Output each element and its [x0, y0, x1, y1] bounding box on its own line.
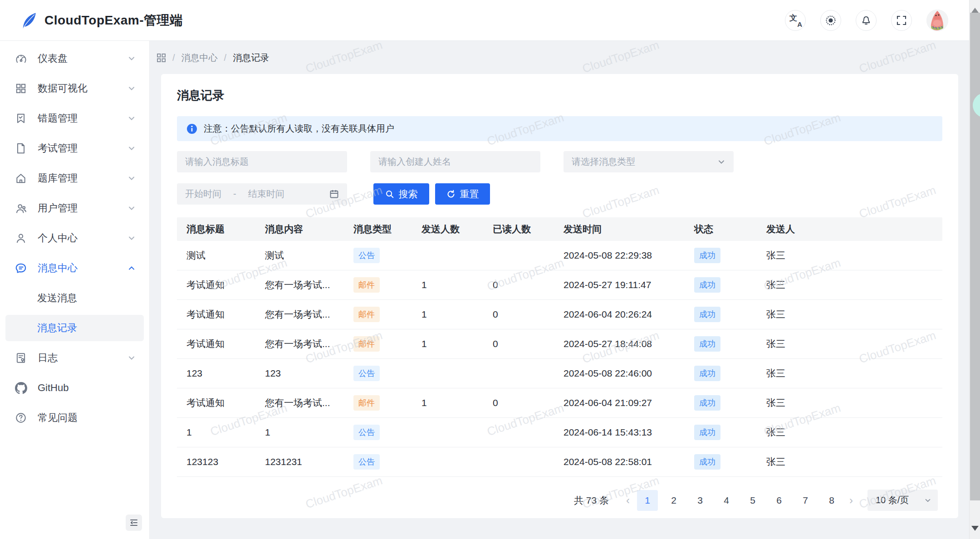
- cell-title: 测试: [177, 249, 265, 262]
- next-page-icon[interactable]: ›: [845, 494, 858, 507]
- cell-title: 考试通知: [177, 308, 265, 321]
- main-content: / 消息中心 / 消息记录 消息记录 注意：公告默认所有人读取，没有关联具体用户…: [150, 41, 969, 539]
- breadcrumb-item-message-center[interactable]: 消息中心: [181, 52, 218, 64]
- sidebar-item-dashboard[interactable]: 仪表盘: [0, 44, 149, 74]
- message-type-select[interactable]: 请选择消息类型: [564, 151, 734, 172]
- chevron-down-icon: [127, 84, 136, 93]
- cell-content: 您有一场考试...: [265, 397, 353, 409]
- cell-content: 1: [265, 427, 353, 438]
- cell-content: 1231231: [265, 456, 353, 467]
- cell-sender: 张三: [766, 426, 942, 439]
- chevron-down-icon: [717, 158, 725, 166]
- sidebar-subitem[interactable]: 发送消息: [0, 283, 149, 313]
- message-title-input[interactable]: [177, 151, 347, 172]
- sidebar-item-github[interactable]: GitHub: [0, 373, 149, 403]
- cell-title: 考试通知: [177, 397, 265, 409]
- column-header: 已读人数: [493, 223, 564, 235]
- page-number-8[interactable]: 8: [821, 490, 842, 511]
- cell-sender: 张三: [766, 249, 942, 262]
- cell-title: 1: [177, 427, 265, 438]
- table-row: 考试通知您有一场考试...邮件102024-05-27 19:11:47成功张三: [177, 270, 942, 300]
- creator-name-input[interactable]: [370, 151, 540, 172]
- breadcrumb-grid-icon[interactable]: [157, 53, 166, 63]
- column-header: 消息内容: [265, 223, 353, 235]
- status-tag: 成功: [694, 277, 720, 293]
- sidebar-item-document[interactable]: 考试管理: [0, 133, 149, 163]
- chat-icon: [15, 262, 27, 274]
- cell-sent-count: 1: [421, 338, 493, 349]
- page-number-5[interactable]: 5: [742, 490, 763, 511]
- user-avatar[interactable]: [926, 10, 948, 31]
- message-table: 消息标题消息内容消息类型发送人数已读人数发送时间状态发送人 测试测试公告2024…: [177, 217, 942, 477]
- breadcrumb-item-message-records: 消息记录: [233, 52, 269, 64]
- cell-send-time: 2024-06-04 20:26:24: [564, 309, 694, 320]
- cell-send-time: 2024-05-27 18:44:08: [564, 338, 694, 349]
- scrollbar-thumb[interactable]: [970, 13, 980, 500]
- breadcrumb: / 消息中心 / 消息记录: [150, 41, 969, 64]
- fullscreen-icon[interactable]: [891, 10, 912, 31]
- theme-sun-icon[interactable]: [820, 10, 841, 31]
- cell-sender: 张三: [766, 367, 942, 380]
- page-title: 消息记录: [177, 88, 942, 103]
- bell-icon[interactable]: [856, 10, 877, 31]
- pagination: 共 73 条 ‹ 12345678 › 10 条/页: [177, 490, 942, 511]
- chevron-down-icon: [127, 204, 136, 212]
- chevron-down-icon: [127, 54, 136, 63]
- page-number-2[interactable]: 2: [663, 490, 684, 511]
- sidebar-item-home[interactable]: 题库管理: [0, 163, 149, 193]
- language-icon[interactable]: 文A: [785, 10, 806, 31]
- cell-sender: 张三: [766, 456, 942, 468]
- sidebar-collapse-button[interactable]: [126, 514, 142, 531]
- sidebar-item-chat[interactable]: 消息中心: [0, 253, 149, 283]
- chevron-down-icon: [127, 234, 136, 242]
- log-icon: [15, 352, 27, 364]
- sidebar-subitem[interactable]: 消息记录: [0, 313, 149, 343]
- cell-sender: 张三: [766, 397, 942, 409]
- home-icon: [15, 172, 27, 185]
- cell-send-time: 2024-05-27 19:11:47: [564, 279, 694, 290]
- type-tag: 公告: [353, 366, 380, 381]
- cell-read-count: 0: [493, 279, 564, 290]
- table-row: 11公告2024-06-14 15:43:13成功张三: [177, 418, 942, 447]
- chevron-down-icon: [127, 354, 136, 362]
- filter-row-2: 开始时间 - 结束时间 搜索 重置: [177, 183, 942, 205]
- search-button[interactable]: 搜索: [373, 183, 429, 205]
- cell-sent-count: 1: [421, 309, 493, 320]
- sidebar-item-users[interactable]: 用户管理: [0, 193, 149, 223]
- app-header: CloudTopExam-管理端 文A: [0, 0, 969, 41]
- scrollbar-down-arrow-icon[interactable]: [971, 526, 979, 534]
- app-logo-feather-icon: [18, 10, 39, 31]
- date-range-picker[interactable]: 开始时间 - 结束时间: [177, 183, 347, 205]
- calendar-icon: [329, 189, 339, 199]
- sidebar-item-question[interactable]: 常见问题: [0, 403, 149, 433]
- scrollbar-up-arrow-icon[interactable]: [971, 4, 979, 13]
- cell-title: 123123: [177, 456, 265, 467]
- status-tag: 成功: [694, 307, 720, 322]
- cell-title: 考试通知: [177, 338, 265, 350]
- table-row: 考试通知您有一场考试...邮件102024-06-04 20:26:24成功张三: [177, 300, 942, 329]
- cell-title: 考试通知: [177, 279, 265, 291]
- page-number-1[interactable]: 1: [637, 490, 658, 511]
- page-number-3[interactable]: 3: [690, 490, 710, 511]
- page-number-6[interactable]: 6: [769, 490, 789, 511]
- users-icon: [15, 202, 27, 215]
- status-tag: 成功: [694, 336, 720, 352]
- sidebar-item-grid[interactable]: 数据可视化: [0, 74, 149, 103]
- cell-content: 您有一场考试...: [265, 279, 353, 291]
- type-tag: 邮件: [353, 277, 380, 293]
- page-number-4[interactable]: 4: [716, 490, 737, 511]
- document-icon: [15, 142, 27, 155]
- column-header: 发送人: [766, 223, 942, 235]
- sidebar-item-log[interactable]: 日志: [0, 343, 149, 373]
- column-header: 消息类型: [353, 223, 421, 235]
- cell-send-time: 2024-06-14 15:43:13: [564, 427, 694, 438]
- sidebar-item-bookmark[interactable]: 错题管理: [0, 103, 149, 133]
- prev-page-icon[interactable]: ‹: [622, 494, 634, 507]
- type-tag: 邮件: [353, 336, 380, 352]
- page-number-7[interactable]: 7: [795, 490, 816, 511]
- type-tag: 邮件: [353, 395, 380, 411]
- page-size-select[interactable]: 10 条/页: [867, 490, 938, 511]
- reset-button[interactable]: 重置: [435, 183, 490, 205]
- scrollbar[interactable]: [969, 0, 980, 539]
- sidebar-item-user[interactable]: 个人中心: [0, 223, 149, 253]
